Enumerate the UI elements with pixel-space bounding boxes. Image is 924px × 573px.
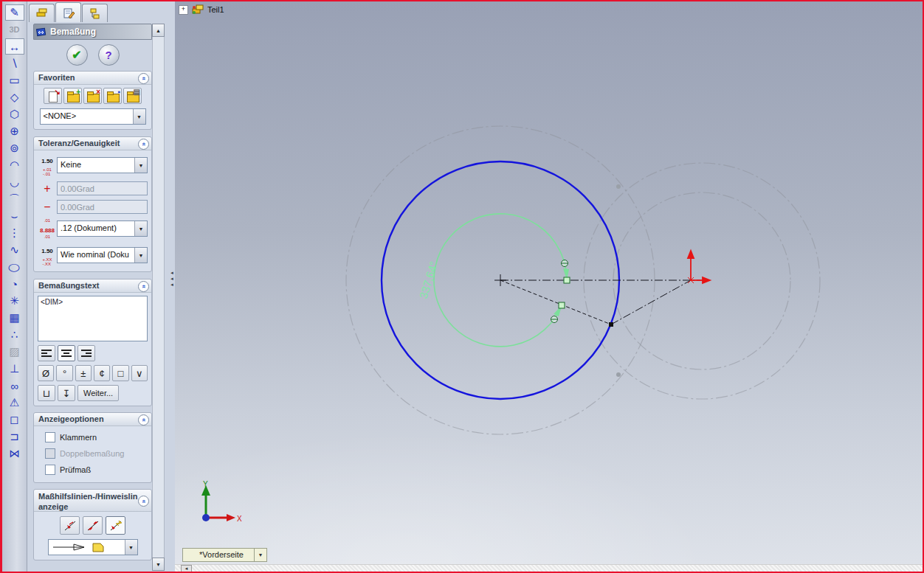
sketch-canvas[interactable]: 337,64° bbox=[175, 1, 923, 572]
graphics-viewport[interactable]: 337,64° + Teil1 Y X *Vordersei bbox=[175, 1, 923, 572]
scrollbar-track[interactable] bbox=[152, 37, 165, 558]
parentheses-option[interactable]: Klammern bbox=[45, 432, 148, 442]
parentheses-checkbox[interactable] bbox=[45, 432, 55, 442]
spline-icon[interactable]: ∿ bbox=[5, 242, 24, 258]
tolerance-type-dropdown[interactable]: Keine ▼ bbox=[57, 157, 148, 173]
partial-ellipse-icon[interactable]: ◔ bbox=[5, 276, 24, 292]
centerline-symbol-button[interactable]: ¢ bbox=[94, 365, 110, 381]
tab-featuremanager[interactable] bbox=[29, 4, 55, 22]
ok-button[interactable]: ✔ bbox=[66, 44, 88, 66]
align-left-button[interactable] bbox=[38, 345, 55, 361]
scroll-up-icon[interactable]: ▲ bbox=[152, 24, 165, 37]
property-manager-content: Bemaßung ✔ ? Favoriten « ↘ + × ▪ bbox=[33, 24, 152, 572]
construction-point-top[interactable] bbox=[616, 184, 621, 189]
parallelogram-icon[interactable]: ◇ bbox=[5, 89, 24, 105]
three-point-arc-icon[interactable]: ⌒ bbox=[5, 191, 24, 207]
align-right-button[interactable] bbox=[77, 345, 95, 361]
collapse-display-options-icon[interactable]: « bbox=[138, 414, 149, 426]
apply-defaults-button[interactable]: ↘ bbox=[44, 88, 62, 104]
plusminus-symbol-button[interactable]: ± bbox=[75, 365, 92, 381]
favorites-dropdown[interactable]: <NONE> ▼ bbox=[40, 108, 146, 125]
tolerance-precision-dropdown[interactable]: Wie nominal (Doku ▼ bbox=[57, 247, 148, 263]
depth-symbol-button[interactable]: ↧ bbox=[58, 385, 75, 401]
diameter-symbol-button[interactable]: Ø bbox=[38, 365, 54, 381]
dimension-text-area[interactable]: <DIM> bbox=[38, 296, 148, 341]
max-variation-field bbox=[57, 181, 148, 195]
mirror-entities-icon[interactable]: ⋈ bbox=[5, 445, 24, 462]
polygon-icon[interactable]: ⬡ bbox=[5, 106, 24, 122]
fillet-icon[interactable]: ⌣ bbox=[5, 208, 24, 224]
scroll-left-icon[interactable]: ◄ bbox=[181, 565, 192, 572]
more-symbols-dropdown[interactable]: ∨ bbox=[131, 365, 148, 381]
part-name[interactable]: Teil1 bbox=[207, 5, 224, 14]
arrows-inside-button[interactable] bbox=[83, 516, 103, 535]
angle-anchor-horizontal[interactable] bbox=[564, 277, 570, 283]
check-sketch-icon[interactable]: ⚠ bbox=[5, 395, 24, 411]
line-icon[interactable]: ∖ bbox=[5, 55, 24, 72]
leader-style-dropdown[interactable]: ▼ bbox=[48, 539, 138, 555]
delete-favorite-button[interactable]: × bbox=[83, 88, 102, 104]
dimension-icon bbox=[36, 27, 47, 37]
rectangle-icon[interactable]: ▭ bbox=[5, 72, 24, 88]
construction-point-bottom[interactable] bbox=[616, 372, 621, 377]
view-name[interactable]: *Vorderseite bbox=[182, 548, 255, 562]
offset-entities-icon[interactable]: ⊐ bbox=[5, 428, 24, 445]
circle-icon[interactable]: ⊕ bbox=[5, 123, 24, 139]
collapse-dimension-text-icon[interactable]: « bbox=[138, 281, 149, 292]
save-favorite-button[interactable]: ▪ bbox=[103, 88, 122, 104]
view-orientation-tab[interactable]: *Vorderseite ▼ bbox=[182, 548, 267, 562]
manager-tabs bbox=[29, 3, 108, 22]
linear-pattern-icon[interactable]: ▦ bbox=[5, 310, 24, 326]
smart-dimension-icon[interactable]: ↔ bbox=[5, 38, 24, 55]
precision-dropdown[interactable]: .12 (Dokument) ▼ bbox=[57, 220, 148, 237]
ellipse-icon[interactable]: ◯ bbox=[5, 261, 24, 273]
construction-circle-right-inner[interactable] bbox=[613, 192, 790, 369]
angle-dimension-label[interactable]: 337,64° bbox=[417, 260, 440, 300]
circular-pattern-icon[interactable]: ∴ bbox=[5, 327, 24, 343]
arrows-outside-button[interactable] bbox=[60, 516, 80, 535]
sketch-icon[interactable]: ✎ bbox=[5, 4, 24, 21]
tab-configurationmanager[interactable] bbox=[82, 4, 108, 22]
inspection-dimension-option[interactable]: Prüfmaß bbox=[45, 465, 148, 475]
convert-entities-icon[interactable]: ◻ bbox=[5, 411, 24, 428]
centerline-icon[interactable]: ⋮ bbox=[5, 225, 24, 241]
tab-propertymanager[interactable] bbox=[55, 2, 81, 22]
sketch-point[interactable] bbox=[609, 322, 613, 327]
smart-arrows-button[interactable] bbox=[106, 516, 125, 535]
dropdown-arrow-icon[interactable]: ▼ bbox=[125, 540, 137, 555]
add-relation-icon[interactable]: ⊥ bbox=[5, 361, 24, 377]
panel-splitter-handle[interactable]: ◄ ◄ ◄ bbox=[170, 270, 175, 288]
point-icon[interactable]: ✳ bbox=[5, 293, 24, 309]
view-dropdown-icon[interactable]: ▼ bbox=[255, 548, 267, 562]
align-center-button[interactable] bbox=[58, 345, 75, 361]
inspection-checkbox[interactable] bbox=[45, 465, 55, 475]
display-relations-icon[interactable]: ∞ bbox=[5, 378, 24, 394]
dropdown-arrow-icon[interactable]: ▼ bbox=[134, 158, 147, 173]
centerline-diagonal-right[interactable] bbox=[611, 280, 691, 324]
angle-anchor-diagonal[interactable] bbox=[559, 302, 565, 308]
more-symbols-button[interactable]: Weiter... bbox=[77, 385, 119, 401]
perimeter-circle-icon[interactable]: ⊚ bbox=[5, 140, 24, 156]
tangent-arc-icon[interactable]: ◡ bbox=[5, 174, 24, 190]
load-favorite-button[interactable]: ▤ bbox=[123, 88, 142, 104]
add-favorite-button[interactable]: + bbox=[63, 88, 82, 104]
confirm-row: ✔ ? bbox=[33, 41, 152, 68]
help-button[interactable]: ? bbox=[98, 44, 120, 66]
scroll-down-icon[interactable]: ▼ bbox=[152, 558, 165, 571]
sketch-origin[interactable] bbox=[688, 251, 710, 283]
tree-expand-icon[interactable]: + bbox=[179, 5, 188, 15]
dropdown-arrow-icon[interactable]: ▼ bbox=[134, 221, 147, 236]
counterbore-symbol-button[interactable]: ⊔ bbox=[38, 385, 55, 401]
collapse-witness-icon[interactable]: « bbox=[138, 496, 149, 507]
dropdown-arrow-icon[interactable]: ▼ bbox=[133, 109, 145, 124]
triad-y-label: Y bbox=[203, 480, 208, 488]
collapse-tolerance-icon[interactable]: « bbox=[138, 139, 149, 150]
group-favorites: Favoriten « ↘ + × ▪ ▤ <NONE> ▼ bbox=[33, 71, 152, 130]
centerpoint-arc-icon[interactable]: ◠ bbox=[5, 157, 24, 173]
degree-symbol-button[interactable]: ° bbox=[56, 365, 72, 381]
square-symbol-button[interactable]: □ bbox=[112, 365, 128, 381]
property-manager-panel: Bemaßung ✔ ? Favoriten « ↘ + × ▪ bbox=[27, 1, 175, 572]
panel-scrollbar[interactable]: ▲ ▼ bbox=[152, 24, 165, 571]
collapse-favorites-icon[interactable]: « bbox=[138, 73, 149, 84]
dropdown-arrow-icon[interactable]: ▼ bbox=[134, 248, 147, 263]
